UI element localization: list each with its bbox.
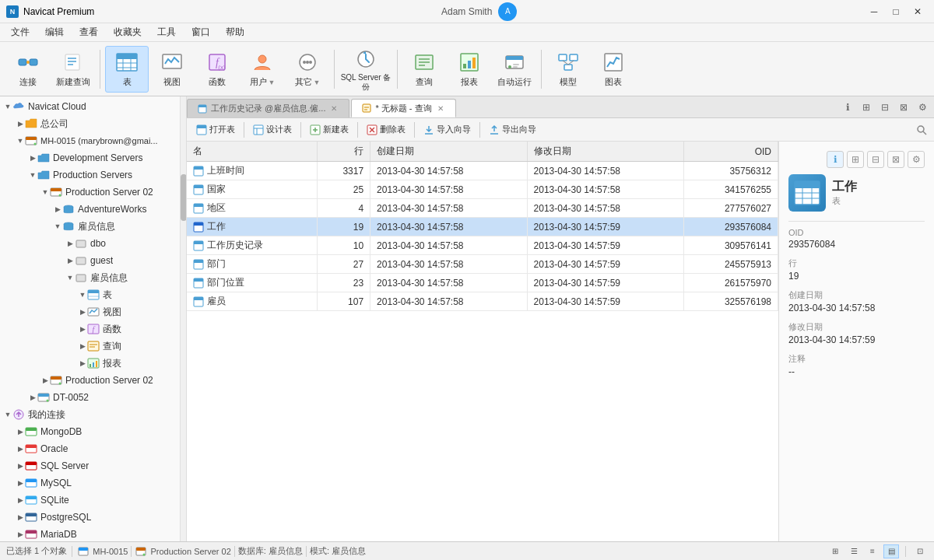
sidebar-scrollbar[interactable] [180, 96, 186, 541]
delete-table-button[interactable]: 删除表 [360, 121, 412, 139]
menu-view[interactable]: 查看 [72, 24, 106, 40]
window-controls[interactable]: ─ □ ✕ [864, 4, 928, 19]
toolbar-model[interactable]: 模型 [546, 46, 590, 93]
sidebar-item-reports[interactable]: ▶ 报表 [0, 355, 186, 372]
properties-title: 工作 [832, 179, 857, 195]
prod-server-02-top-label: Production Server 02 [65, 187, 153, 198]
svg-point-3 [26, 61, 30, 64]
sidebar-item-my-connections[interactable]: ▼ 我的连接 [0, 406, 186, 423]
sidebar-item-functions[interactable]: ▶ f 函数 [0, 320, 186, 338]
minimize-button[interactable]: ─ [864, 4, 884, 19]
menu-file[interactable]: 文件 [3, 24, 37, 40]
my-connections-icon [12, 408, 25, 421]
view-list-button[interactable]: ☰ [846, 544, 862, 558]
cell-rows: 3317 [317, 162, 370, 180]
menu-tools[interactable]: 工具 [149, 24, 184, 40]
svg-rect-37 [559, 54, 567, 61]
sidebar-item-navicat-cloud[interactable]: ▼ Navicat Cloud [0, 98, 186, 115]
table-row[interactable]: 工作历史记录102013-04-30 14:57:582013-04-30 14… [187, 236, 778, 255]
tab-new-query-close[interactable]: ✕ [435, 103, 446, 114]
sidebar-item-sqlite[interactable]: ▶ SQLite [0, 492, 186, 509]
prop-label-comment: 注释 [788, 353, 925, 365]
sidebar-item-mariadb[interactable]: ▶ MariaDB [0, 526, 186, 541]
close-button[interactable]: ✕ [908, 4, 928, 19]
menu-help[interactable]: 帮助 [218, 24, 252, 40]
company-folder-icon [25, 117, 37, 130]
view-columns-button[interactable]: ⊡ [912, 544, 928, 558]
view-table-button[interactable]: ▤ [883, 544, 899, 558]
sidebar-item-employees-db[interactable]: ▼ 雇员信息 [0, 218, 186, 235]
import-wizard-button[interactable]: 导入向导 [417, 121, 477, 139]
sidebar-item-prod-server-02-bottom[interactable]: ▶ Production Server 02 [0, 372, 186, 389]
view-grid-button[interactable]: ⊞ [827, 544, 843, 558]
toolbar-chart[interactable]: 图表 [592, 46, 635, 93]
sidebar-item-employees-schema[interactable]: ▼ 雇员信息 [0, 269, 186, 286]
table-row[interactable]: 工作192013-04-30 14:57:582013-04-30 14:57:… [187, 218, 778, 236]
menu-window[interactable]: 窗口 [184, 24, 218, 40]
sidebar-item-queries[interactable]: ▶ 查询 [0, 338, 186, 355]
sidebar-item-views[interactable]: ▶ 视图 [0, 303, 186, 320]
prop-value-comment: -- [788, 366, 925, 377]
prop-label-rows: 行 [788, 257, 925, 269]
toolbar-autorun[interactable]: 自动运行 [493, 46, 536, 93]
toolbar-function[interactable]: f (x) 函数 [195, 46, 239, 93]
sidebar-item-company[interactable]: ▶ 总公司 [0, 115, 186, 132]
prop-split-icon[interactable]: ⊟ [867, 151, 884, 168]
toolbar-user[interactable]: 用户 ▼ [241, 46, 284, 93]
table-row[interactable]: 部门位置232013-04-30 14:57:582013-04-30 14:5… [187, 274, 778, 292]
toolbar-connect[interactable]: 连接 [6, 46, 50, 93]
toolbar-view[interactable]: 视图 [150, 46, 194, 93]
tab-new-query[interactable]: * 无标题 - 查询 ✕ [351, 99, 455, 117]
tab-expand-button[interactable]: ⊠ [895, 99, 912, 116]
sidebar-item-dbo[interactable]: ▶ dbo [0, 235, 186, 252]
sidebar-item-prod-server-02-top[interactable]: ▼ Production Server 02 [0, 184, 186, 201]
toolbar-report[interactable]: 报表 [448, 46, 491, 93]
sidebar-item-oracle[interactable]: ▶ Oracle [0, 440, 186, 457]
design-table-button[interactable]: 设计表 [247, 121, 298, 139]
menu-favorites[interactable]: 收藏夹 [106, 24, 149, 40]
maximize-button[interactable]: □ [886, 4, 906, 19]
toolbar-backup[interactable]: SQL Server 备份 [339, 46, 392, 93]
svg-rect-131 [79, 548, 88, 551]
tab-code-button[interactable]: ⊞ [858, 99, 875, 116]
tab-history[interactable]: 工作历史记录 @雇员信息.僱... ✕ [187, 99, 349, 117]
table-row[interactable]: 上班时间33172013-04-30 14:57:582013-04-30 14… [187, 162, 778, 180]
prop-expand-icon[interactable]: ⊠ [887, 151, 904, 168]
user-icon [250, 50, 275, 75]
cell-modified: 2013-04-30 14:57:59 [527, 292, 683, 311]
sidebar-item-mongodb[interactable]: ▶ MongoDB [0, 423, 186, 440]
table-row[interactable]: 雇员1072013-04-30 14:57:582013-04-30 14:57… [187, 292, 778, 311]
scrollbar-thumb[interactable] [181, 174, 187, 221]
toolbar-table[interactable]: 表 [105, 46, 149, 93]
open-table-button[interactable]: 打开表 [190, 121, 241, 139]
sidebar-item-sqlserver[interactable]: ▶ SQL Server [0, 457, 186, 474]
toolbar-new-query[interactable]: 新建查询 [51, 46, 95, 93]
tab-split-button[interactable]: ⊟ [876, 99, 894, 116]
sidebar-item-guest[interactable]: ▶ guest [0, 252, 186, 269]
toolbar-query[interactable]: 查询 [402, 46, 446, 93]
sidebar-item-adventureworks[interactable]: ▶ AdventureWorks [0, 201, 186, 218]
prop-info-icon[interactable]: ℹ [827, 151, 844, 168]
menu-edit[interactable]: 编辑 [37, 24, 72, 40]
sidebar-item-tables[interactable]: ▼ 表 [0, 286, 186, 303]
new-table-button[interactable]: 新建表 [304, 121, 355, 139]
sidebar-item-prod-servers[interactable]: ▼ Production Servers [0, 166, 186, 184]
user-dropdown-arrow: ▼ [269, 79, 276, 86]
toolbar-other[interactable]: 其它 ▼ [286, 46, 329, 93]
tab-history-close[interactable]: ✕ [328, 103, 339, 114]
search-button[interactable] [912, 121, 931, 138]
sidebar-item-postgresql[interactable]: ▶ PostgreSQL [0, 509, 186, 526]
table-row[interactable]: 地区42013-04-30 14:57:582013-04-30 14:57:5… [187, 199, 778, 218]
view-detail-button[interactable]: ≡ [865, 544, 880, 558]
tab-info-button[interactable]: ℹ [839, 99, 856, 116]
prop-gear-icon[interactable]: ⚙ [908, 151, 925, 168]
table-row[interactable]: 国家252013-04-30 14:57:582013-04-30 14:57:… [187, 180, 778, 199]
sidebar-item-mh0015[interactable]: ▼ MH-0015 (marybrown@gmai... [0, 132, 186, 149]
sidebar-item-dev-servers[interactable]: ▶ Development Servers [0, 149, 186, 166]
sidebar-item-mysql[interactable]: ▶ MySQL [0, 474, 186, 492]
export-wizard-button[interactable]: 导出向导 [483, 121, 542, 139]
table-row[interactable]: 部门272013-04-30 14:57:582013-04-30 14:57:… [187, 255, 778, 274]
prop-code-icon[interactable]: ⊞ [847, 151, 864, 168]
sidebar-item-dt0052[interactable]: ▶ DT-0052 [0, 389, 186, 406]
tab-settings-button[interactable]: ⚙ [914, 99, 931, 116]
